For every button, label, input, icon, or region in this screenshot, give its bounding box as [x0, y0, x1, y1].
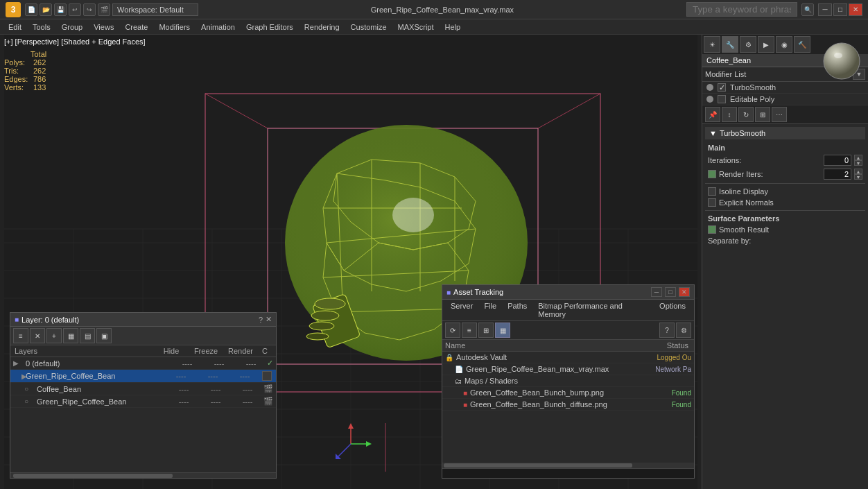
layer-row-coffee-bean-group[interactable]: ▶ Green_Ripe_Coffee_Bean ---- ---- ---- [10, 370, 276, 383]
isoline-checkbox[interactable] [708, 187, 716, 196]
surface-params-section: Surface Parameters [705, 213, 865, 224]
asset-tool-list[interactable]: ≡ [462, 323, 477, 338]
asset-hscroll-thumb[interactable] [444, 463, 632, 467]
rotate-tool[interactable]: ↻ [738, 107, 754, 122]
menu-help[interactable]: Help [440, 22, 467, 33]
properties-area: ▼ TurboSmooth Main Iterations: ▲ ▼ Rende… [702, 124, 868, 249]
asset-tool-refresh[interactable]: ⟳ [445, 323, 460, 338]
iterations-down[interactable]: ▼ [854, 160, 862, 166]
explicit-row: Explicit Normals [705, 197, 865, 208]
pin-tool[interactable]: 📌 [705, 107, 720, 122]
layer-tool-delete[interactable]: ✕ [30, 328, 45, 343]
menu-rendering[interactable]: Rendering [299, 22, 345, 33]
modifier-enable-checkbox-2[interactable] [718, 95, 726, 103]
maximize-button[interactable]: □ [833, 3, 847, 16]
asset-minimize-btn[interactable]: ─ [651, 287, 662, 297]
save-btn[interactable]: 💾 [54, 3, 67, 16]
layer-title-bar: ■ Layer: 0 (default) ? ✕ [10, 313, 276, 327]
menu-tools[interactable]: Tools [27, 22, 56, 33]
layer-row-green-ripe[interactable]: ○ Green_Ripe_Coffee_Bean ---- ---- ---- … [10, 395, 276, 408]
layer-tool-view1[interactable]: ▦ [63, 328, 78, 343]
tab-motion[interactable]: ▶ [758, 36, 774, 53]
layer-help-btn[interactable]: ? [259, 316, 263, 324]
search-icon-btn[interactable]: 🔍 [801, 3, 814, 16]
menu-modifiers[interactable]: Modifiers [153, 22, 196, 33]
menu-animation[interactable]: Animation [196, 22, 241, 33]
asset-row-diffuse[interactable]: ■ Green_Coffee_Bean_Bunch_diffuse.png Fo… [442, 399, 694, 411]
asset-close-btn[interactable]: ✕ [679, 287, 690, 297]
asset-tool-grid[interactable]: ⊞ [478, 323, 494, 338]
asset-row-maps[interactable]: 🗂 Maps / Shaders [442, 375, 694, 387]
layer-tool-add[interactable]: + [46, 328, 62, 343]
diffuse-icon: ■ [463, 401, 467, 409]
more-tool[interactable]: ⋯ [772, 107, 787, 122]
render-iters-up[interactable]: ▲ [854, 169, 862, 174]
menu-views[interactable]: Views [88, 22, 119, 33]
menu-graph-editors[interactable]: Graph Editors [241, 22, 299, 33]
main-section: Main [705, 142, 865, 153]
render-iters-down[interactable]: ▼ [854, 174, 862, 180]
layer-close-btn[interactable]: ✕ [266, 315, 272, 324]
asset-tool-table[interactable]: ▦ [495, 323, 510, 338]
minimize-button[interactable]: ─ [818, 3, 832, 16]
layer-scrollbar[interactable] [10, 472, 276, 478]
layer-tool-menu[interactable]: ≡ [13, 328, 28, 343]
render-iters-input[interactable] [824, 169, 851, 180]
asset-row-max-file[interactable]: 📄 Green_Ripe_Coffee_Bean_max_vray.max Ne… [442, 363, 694, 375]
layer-row-default[interactable]: ▶ 0 (default) ---- ---- ---- ✓ [10, 357, 276, 370]
tab-hierarchy[interactable]: ⚙ [740, 36, 756, 53]
asset-menu-file[interactable]: File [478, 301, 502, 319]
close-button[interactable]: ✕ [849, 3, 862, 16]
layer-render-icon-3: 🎬 [263, 384, 273, 393]
tris-value: 262 [33, 67, 46, 75]
asset-menu-bitmap[interactable]: Bitmap Performance and Memory [532, 301, 654, 319]
modifier-toolbar: 📌 ↕ ↻ ⊞ ⋯ [702, 105, 868, 124]
render-btn[interactable]: 🎬 [98, 3, 110, 16]
search-input[interactable] [686, 2, 797, 17]
scale-tool[interactable]: ⊞ [755, 107, 770, 122]
tab-display[interactable]: ☀ [704, 36, 720, 53]
explicit-checkbox[interactable] [708, 198, 716, 207]
svg-point-45 [311, 311, 339, 320]
layer-tool-view2[interactable]: ▤ [80, 328, 95, 343]
menu-create[interactable]: Create [119, 22, 153, 33]
asset-menu-server[interactable]: Server [445, 301, 478, 319]
new-btn[interactable]: 📄 [25, 3, 37, 16]
iterations-input[interactable] [824, 155, 851, 166]
asset-tool-settings[interactable]: ⚙ [676, 323, 691, 338]
svg-point-46 [309, 322, 334, 330]
diffuse-name: Green_Coffee_Bean_Bunch_diffuse.png [470, 400, 636, 409]
asset-hscrollbar[interactable] [442, 463, 694, 468]
menu-maxscript[interactable]: MAXScript [392, 22, 440, 33]
menu-customize[interactable]: Customize [345, 22, 392, 33]
tab-modify[interactable]: 🔧 [722, 36, 738, 53]
modifier-editablepoly[interactable]: Editable Poly [702, 94, 868, 105]
iterations-up[interactable]: ▲ [854, 155, 862, 160]
layer-row-coffee-bean[interactable]: ○ Coffee_Bean ---- ---- ---- 🎬 [10, 383, 276, 395]
asset-menu-options[interactable]: Options [654, 301, 691, 319]
asset-col-status: Status [636, 341, 691, 350]
menu-edit[interactable]: Edit [3, 22, 27, 33]
layer-tool-view3[interactable]: ▣ [96, 328, 112, 343]
asset-bottom-bar [442, 468, 694, 478]
undo-btn[interactable]: ↩ [69, 3, 81, 16]
vault-icon: 🔒 [445, 354, 453, 361]
menu-group[interactable]: Group [56, 22, 89, 33]
asset-row-bump[interactable]: ■ Green_Coffee_Bean_Bunch_bump.png Found [442, 387, 694, 399]
redo-btn[interactable]: ↪ [83, 3, 96, 16]
layer-table-header: Layers Hide Freeze Render C [10, 345, 276, 357]
asset-menu-paths[interactable]: Paths [502, 301, 532, 319]
open-btn[interactable]: 📂 [40, 3, 52, 16]
tab-utilities[interactable]: 🔨 [794, 36, 810, 53]
asset-maximize-btn[interactable]: □ [665, 287, 676, 297]
layer-scroll-thumb[interactable] [13, 474, 173, 478]
modifier-turbosmooth[interactable]: ✓ TurboSmooth [702, 82, 868, 94]
tab-display2[interactable]: ◉ [776, 36, 792, 53]
workspace-selector[interactable]: Workspace: Default [112, 3, 198, 16]
modifier-enable-checkbox[interactable]: ✓ [718, 83, 726, 92]
asset-row-vault[interactable]: 🔒 Autodesk Vault Logged Ou [442, 352, 694, 363]
move-tool[interactable]: ↕ [722, 107, 737, 122]
render-iters-checkbox[interactable] [708, 170, 716, 178]
smooth-result-checkbox[interactable] [708, 225, 716, 234]
asset-tool-help[interactable]: ? [659, 323, 675, 338]
